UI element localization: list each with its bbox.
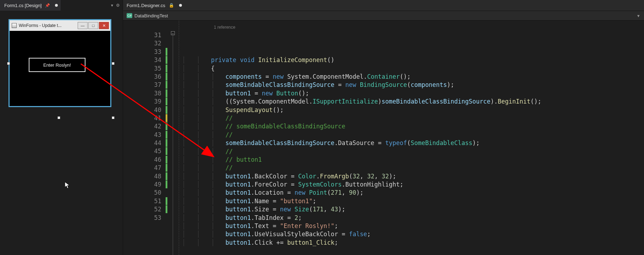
change-marker [165,172,171,181]
change-marker [165,89,171,98]
dirty-indicator-icon [55,4,58,7]
change-marker [165,122,171,131]
line-number: 50 [123,189,161,197]
code-line[interactable]: │ │ private void InitializeComponent() [182,56,644,64]
change-marker [165,205,171,214]
change-marker [165,147,171,155]
change-marker [165,214,171,222]
change-marker [165,56,171,64]
code-line[interactable]: │ │ │ button1.Click += button1_Click; [182,239,644,247]
resize-handle[interactable] [112,116,115,119]
dropdown-icon[interactable]: ▾ [111,3,113,8]
line-number: 48 [123,172,161,181]
line-number: 31 [123,31,161,39]
code-source[interactable]: 1 reference │ │ private void InitializeC… [179,21,644,255]
line-number: 38 [123,89,161,98]
designer-tab-row: Form1.cs [Design] 📌 ▾ ⚙ [0,0,123,11]
line-number: 35 [123,65,161,73]
collapse-toggle-icon[interactable] [171,31,175,35]
tab-label: Form1.Designer.cs [127,3,165,8]
change-marker [165,197,171,205]
minimize-button[interactable]: — [78,22,88,29]
code-line[interactable]: │ │ │ ((System.ComponentModel.ISupportIn… [182,98,644,106]
line-number-gutter: 3132333435363738394041424344454647484950… [123,21,165,255]
line-number: 41 [123,114,161,122]
change-markers [165,21,171,255]
line-number: 34 [123,56,161,64]
maximize-button[interactable]: □ [88,22,98,29]
design-surface[interactable]: WinForms - Update t... — □ ✕ Enter Rosly… [0,11,123,116]
tab-tools: ▾ ⚙ [111,3,123,8]
winform-titlebar: WinForms - Update t... — □ ✕ [10,20,110,31]
resize-handle[interactable] [7,62,10,65]
code-editor[interactable]: 3132333435363738394041424344454647484950… [123,21,644,255]
pin-icon[interactable]: 📌 [45,3,50,8]
namespace-label: DataBindingTest [134,13,168,18]
code-line[interactable]: │ │ │ // button1 [182,156,644,164]
code-line[interactable]: │ │ │ // someBindableClassBindingSource [182,122,644,131]
code-line[interactable]: │ │ │ button1.Size = new Size(171, 43); [182,205,644,214]
code-line[interactable]: │ │ │ button1.Location = new Point(271, … [182,189,644,197]
code-line[interactable]: │ │ { [182,65,644,73]
line-number: 46 [123,156,161,164]
code-line[interactable]: │ │ │ button1.Text = "Enter Roslyn!"; [182,222,644,230]
designer-pane: Form1.cs [Design] 📌 ▾ ⚙ WinForms - Updat… [0,0,123,255]
navigation-bar[interactable]: C# DataBindingTest ▾ [123,11,644,21]
code-line[interactable]: │ │ │ SuspendLayout(); [182,106,644,114]
line-number: 52 [123,205,161,214]
code-line[interactable]: │ │ │ someBindableClassBindingSource = n… [182,81,644,89]
change-marker [165,181,171,189]
line-number: 47 [123,164,161,172]
mouse-cursor-icon [65,182,70,189]
change-marker [165,156,171,164]
code-line[interactable]: │ │ │ // [182,131,644,139]
line-number: 40 [123,106,161,114]
code-line[interactable]: │ │ │ button1 = new Button(); [182,89,644,98]
line-number: 39 [123,98,161,106]
csharp-icon: C# [127,13,132,18]
code-line[interactable]: │ │ │ button1.UseVisualStyleBackColor = … [182,230,644,238]
line-number: 43 [123,131,161,139]
change-marker [165,114,171,122]
change-marker [165,98,171,106]
change-marker [165,131,171,139]
outline-margin[interactable] [171,21,179,255]
code-line[interactable]: │ │ │ button1.Name = "button1"; [182,197,644,205]
app-icon [12,23,17,28]
chevron-down-icon[interactable]: ▾ [637,13,640,18]
line-number: 42 [123,122,161,131]
code-line[interactable]: │ │ │ button1.ForeColor = SystemColors.B… [182,181,644,189]
code-line[interactable]: │ │ │ // [182,164,644,172]
tab-form1-design[interactable]: Form1.cs [Design] 📌 [0,0,61,11]
change-marker [165,31,171,39]
code-line[interactable]: │ │ │ components = new System.ComponentM… [182,73,644,81]
change-marker [165,73,171,81]
change-marker [165,189,171,197]
gear-icon[interactable]: ⚙ [116,3,120,8]
change-marker [165,106,171,114]
close-button[interactable]: ✕ [99,22,109,29]
line-number: 49 [123,181,161,189]
code-line[interactable]: │ │ │ button1.TabIndex = 2; [182,214,644,222]
code-line[interactable]: │ │ │ button1.BackColor = Color.FromArgb… [182,172,644,181]
code-pane: Form1.Designer.cs 🔒 C# DataBindingTest ▾… [123,0,644,255]
winform-window[interactable]: WinForms - Update t... — □ ✕ Enter Rosly… [9,19,111,107]
line-number: 53 [123,214,161,222]
change-marker [165,164,171,172]
codelens-references[interactable]: 1 reference [214,23,235,32]
line-number: 37 [123,81,161,89]
winform-title-text: WinForms - Update t... [19,23,62,28]
winform-client-area[interactable]: Enter Roslyn! [10,31,110,106]
button1-text: Enter Roslyn! [43,62,71,68]
code-line[interactable]: │ │ │ // [182,148,644,156]
line-number: 45 [123,147,161,155]
resize-handle[interactable] [112,62,115,65]
code-line[interactable]: │ │ │ someBindableClassBindingSource.Dat… [182,139,644,147]
line-number: 51 [123,197,161,205]
line-number: 33 [123,48,161,56]
code-line[interactable]: │ │ │ // [182,114,644,122]
tab-form1-designer-cs[interactable]: Form1.Designer.cs 🔒 [123,0,644,11]
designer-button1[interactable]: Enter Roslyn! [29,58,85,72]
tab-label: Form1.cs [Design] [4,3,41,8]
resize-handle[interactable] [57,116,60,119]
